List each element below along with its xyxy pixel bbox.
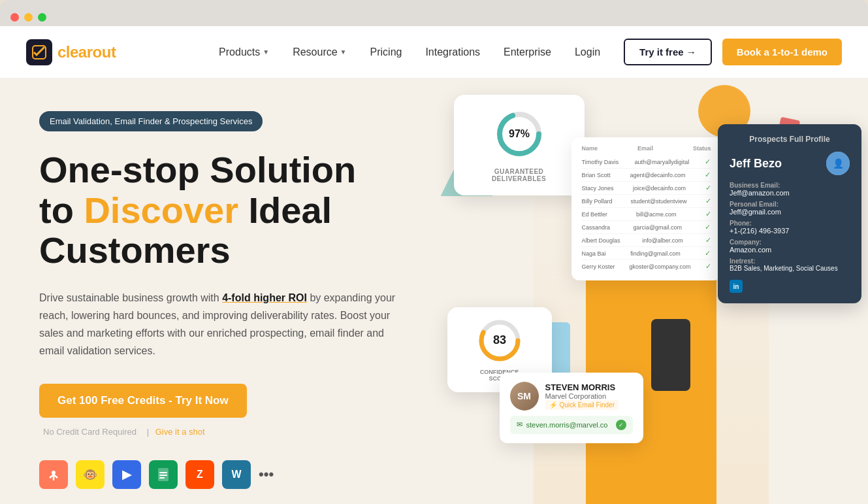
browser-dot-yellow[interactable] <box>24 13 33 22</box>
email-row-4: Billy Pollardstudent@studentview✓ <box>582 195 711 208</box>
prospects-card: Prospects Full Profile Jeff Bezo 👤 Busin… <box>718 124 861 303</box>
email-row-3: Stacy Jonesjoice@decainfo.com✓ <box>582 182 711 195</box>
hero-left: Email Validation, Email Finder & Prospec… <box>0 78 434 504</box>
email-row-6: Cassandragarcia@gmail.com✓ <box>582 221 711 234</box>
hero-sub-text: No Credit Card Required | Give it a shot <box>39 427 408 437</box>
cta-button[interactable]: Get 100 Free Credits - Try It Now <box>39 384 247 418</box>
confidence-donut: 83 <box>477 318 522 363</box>
mailchimp-icon[interactable]: 🐵 <box>76 460 104 489</box>
email-row-8: Naga Baifinding@gmail.com✓ <box>582 247 711 260</box>
svg-rect-3 <box>159 472 167 473</box>
give-shot-link[interactable]: Give it a shot <box>155 427 205 437</box>
hero-title: One-stop Solution to Discover Ideal Cust… <box>39 150 408 271</box>
navbar: clearout Products ▼ Resource ▼ Pricing I… <box>0 26 868 78</box>
prospects-avatar: 👤 <box>826 152 850 175</box>
person-info: SM STEVEN MORRIS Marvel Corporation ⚡ Qu… <box>510 382 633 411</box>
hubspot-icon[interactable] <box>39 460 68 489</box>
wordpress-icon[interactable]: W <box>222 460 251 489</box>
nav-item-enterprise[interactable]: Enterprise <box>504 46 551 58</box>
nav-item-products[interactable]: Products ▼ <box>219 46 269 58</box>
person-name: STEVEN MORRIS <box>545 382 619 392</box>
prospects-business-email: Business Email: Jeff@amazon.com <box>730 182 850 197</box>
zapier-icon[interactable]: Z <box>185 460 214 489</box>
nav-actions: Try it free → Book a 1-to-1 demo <box>624 39 842 65</box>
person-avatar: SM <box>510 382 539 411</box>
google-sheets-icon[interactable] <box>149 460 178 489</box>
email-row-5: Ed Bettlerbill@acme.com✓ <box>582 208 711 221</box>
email-row-7: Albert Douglasinfo@alber.com✓ <box>582 234 711 247</box>
prospects-interest: Inetrest: B2B Sales, Marketing, Social C… <box>730 258 850 272</box>
deliverables-label: GUARANTEED DELIVERABLES <box>470 168 569 182</box>
try-free-button[interactable]: Try it free → <box>624 39 712 65</box>
nav-item-resource[interactable]: Resource ▼ <box>293 46 346 58</box>
hero-badge: Email Validation, Email Finder & Prospec… <box>39 111 263 131</box>
deliverables-card: 97% GUARANTEED DELIVERABLES <box>454 95 585 195</box>
email-row-2: Brian Scottagent@decainfo.com✓ <box>582 169 711 182</box>
svg-text:83: 83 <box>492 333 506 346</box>
email-list-card: NameEmailStatus Timothy Davisauth@maryal… <box>571 137 722 280</box>
hero-right: ⚡ <box>434 78 869 504</box>
prospects-card-title: Prospects Full Profile <box>730 135 850 144</box>
prospects-phone: Phone: +1-(216) 496-3937 <box>730 220 850 235</box>
svg-rect-4 <box>159 475 167 476</box>
logo-icon <box>26 39 52 65</box>
browser-dot-green[interactable] <box>38 13 46 22</box>
prospects-company: Company: Amazon.com <box>730 239 850 254</box>
nav-item-login[interactable]: Login <box>575 46 600 58</box>
svg-point-1 <box>52 471 56 475</box>
logo-text: clearout <box>57 43 116 61</box>
nav-item-pricing[interactable]: Pricing <box>370 46 402 58</box>
activecampaign-icon[interactable]: ▶ <box>112 460 141 489</box>
book-demo-button[interactable]: Book a 1-to-1 demo <box>722 39 842 65</box>
browser-chrome <box>0 0 868 26</box>
nav-item-integrations[interactable]: Integrations <box>425 46 480 58</box>
deliverables-donut: 97% <box>493 108 545 160</box>
logo[interactable]: clearout <box>26 39 116 65</box>
prospects-name-row: Jeff Bezo 👤 <box>730 152 850 175</box>
person-card: SM STEVEN MORRIS Marvel Corporation ⚡ Qu… <box>500 373 643 443</box>
browser-dot-red[interactable] <box>10 13 19 22</box>
hero-description: Drive sustainable business growth with 4… <box>39 289 405 360</box>
browser-body: clearout Products ▼ Resource ▼ Pricing I… <box>0 26 868 504</box>
svg-text:97%: 97% <box>508 128 529 139</box>
linkedin-icon[interactable]: in <box>730 280 743 293</box>
nav-links: Products ▼ Resource ▼ Pricing Integratio… <box>219 46 600 58</box>
person-email-result: ✉ steven.morris@marvel.co ✓ <box>510 416 633 434</box>
quick-finder-badge: ⚡ Quick Email Finder <box>545 400 619 410</box>
svg-rect-5 <box>159 477 165 479</box>
person-company: Marvel Corporation <box>545 392 619 400</box>
hero-section: Email Validation, Email Finder & Prospec… <box>0 78 868 504</box>
email-row-1: Timothy Davisauth@maryallydigital✓ <box>582 156 711 169</box>
email-row-9: Gerry Kostergkoster@company.com✓ <box>582 260 711 273</box>
prospects-name: Jeff Bezo <box>730 157 782 171</box>
integration-icons: 🐵 ▶ Z W ••• <box>39 460 408 489</box>
prospects-personal-email: Personal Email: Jeff@gmail.com <box>730 201 850 216</box>
more-integrations[interactable]: ••• <box>259 466 274 483</box>
